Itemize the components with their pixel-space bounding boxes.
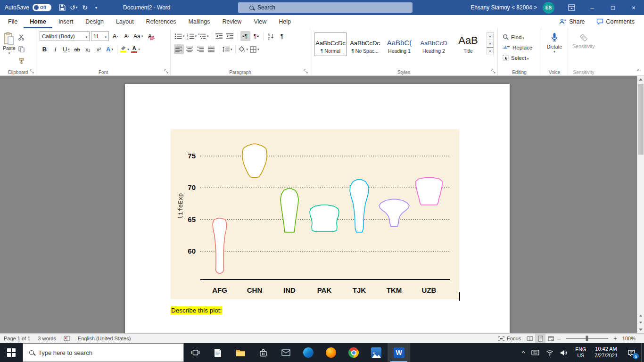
replace-button[interactable]: ab Replace bbox=[503, 43, 541, 52]
highlighted-text[interactable]: Describe this plot: bbox=[171, 306, 222, 314]
copy-button[interactable] bbox=[18, 46, 25, 54]
subscript-button[interactable]: x₂ bbox=[83, 44, 93, 54]
shading-button[interactable] bbox=[238, 44, 249, 54]
gallery-scroll-up-button[interactable]: ▴ bbox=[487, 32, 494, 40]
tab-layout[interactable]: Layout bbox=[110, 15, 140, 28]
cut-button[interactable] bbox=[18, 34, 25, 42]
zoom-level[interactable]: 100% bbox=[619, 336, 639, 341]
align-left-button[interactable] bbox=[174, 44, 184, 54]
tab-insert[interactable]: Insert bbox=[52, 15, 79, 28]
previous-page-button[interactable] bbox=[637, 312, 644, 319]
comments-button[interactable]: Comments bbox=[596, 18, 635, 25]
decrease-indent-button[interactable] bbox=[215, 31, 224, 41]
redo-button[interactable]: ↻ bbox=[80, 2, 90, 13]
zoom-in-button[interactable]: + bbox=[612, 335, 619, 342]
share-button[interactable]: Share bbox=[559, 18, 585, 25]
bullets-button[interactable] bbox=[174, 31, 185, 41]
mail-taskbar-icon[interactable] bbox=[274, 343, 297, 362]
grow-font-button[interactable]: A bbox=[110, 31, 120, 41]
firefox-taskbar-icon[interactable] bbox=[320, 343, 342, 362]
justify-button[interactable] bbox=[206, 44, 216, 54]
ribbon-display-options-button[interactable] bbox=[561, 0, 582, 15]
gallery-scroll-down-button[interactable]: ▾ bbox=[487, 40, 494, 48]
file-explorer-taskbar-icon[interactable] bbox=[229, 343, 252, 362]
tab-view[interactable]: View bbox=[248, 15, 272, 28]
account-name[interactable]: Ehsany Siamoy < 82004 > bbox=[471, 4, 537, 11]
undo-button[interactable]: ↺ ▾ bbox=[68, 2, 79, 13]
scroll-down-button[interactable] bbox=[637, 326, 644, 333]
notepad-taskbar-icon[interactable] bbox=[206, 343, 229, 362]
numbering-button[interactable]: 1.2.3. bbox=[186, 31, 198, 41]
shrink-font-button[interactable]: A bbox=[122, 31, 132, 41]
focus-mode-button[interactable]: Focus bbox=[495, 336, 525, 341]
document-page[interactable]: 60657075AFGCHNINDPAKTJKTKMUZBlifeExp Des… bbox=[125, 84, 510, 333]
underline-button[interactable]: U bbox=[61, 44, 71, 54]
strikethrough-button[interactable]: ab bbox=[72, 44, 82, 54]
font-color-button[interactable]: A bbox=[131, 44, 140, 54]
autosave-toggle[interactable]: Off bbox=[33, 4, 51, 11]
tab-help[interactable]: Help bbox=[272, 15, 297, 28]
clipboard-dialog-launcher[interactable] bbox=[30, 69, 34, 74]
proofing-status[interactable] bbox=[60, 334, 74, 343]
bold-button[interactable]: B bbox=[40, 44, 50, 54]
gallery-more-button[interactable]: ▾ bbox=[487, 47, 494, 55]
select-button[interactable]: Select bbox=[503, 53, 541, 62]
superscript-button[interactable]: x² bbox=[94, 44, 104, 54]
tab-review[interactable]: Review bbox=[216, 15, 248, 28]
style-title[interactable]: AaB Title bbox=[452, 33, 485, 56]
show-desktop-button[interactable] bbox=[641, 343, 644, 362]
start-button[interactable] bbox=[0, 343, 23, 362]
rtl-text-direction-button[interactable]: ¶◂ bbox=[251, 31, 261, 41]
volume-button[interactable] bbox=[557, 343, 571, 362]
scroll-up-button[interactable] bbox=[637, 76, 644, 83]
microsoft-store-taskbar-icon[interactable] bbox=[252, 343, 274, 362]
ltr-text-direction-button[interactable]: ▸¶ bbox=[240, 31, 250, 41]
account-avatar[interactable]: ES bbox=[543, 2, 554, 14]
read-mode-button[interactable] bbox=[525, 334, 535, 343]
network-status-button[interactable] bbox=[543, 343, 557, 362]
chrome-taskbar-icon[interactable] bbox=[342, 343, 365, 362]
clock-tray-button[interactable]: 10:42 AM 7/27/2021 bbox=[590, 343, 622, 362]
customize-qat-button[interactable]: ▾ bbox=[91, 2, 101, 13]
change-case-button[interactable]: Aa bbox=[133, 31, 143, 41]
clear-formatting-button[interactable]: A bbox=[145, 31, 155, 41]
zoom-slider[interactable] bbox=[566, 338, 608, 339]
photos-taskbar-icon[interactable] bbox=[365, 343, 388, 362]
show-formatting-marks-button[interactable]: ¶ bbox=[277, 31, 287, 41]
font-dialog-launcher[interactable] bbox=[164, 69, 169, 74]
print-layout-button[interactable] bbox=[535, 334, 545, 343]
format-painter-button[interactable] bbox=[18, 58, 25, 66]
font-size-combo[interactable]: 11 bbox=[91, 31, 109, 41]
web-layout-button[interactable] bbox=[545, 334, 556, 343]
zoom-slider-thumb[interactable] bbox=[586, 336, 588, 341]
document-paragraph[interactable]: Describe this plot: bbox=[171, 307, 222, 314]
save-button[interactable] bbox=[57, 2, 67, 13]
scrollbar-thumb[interactable] bbox=[638, 84, 644, 155]
language-tray-button[interactable]: ENG US bbox=[571, 343, 590, 362]
dictate-button[interactable]: Dictate ▾ bbox=[541, 33, 568, 54]
touch-keyboard-button[interactable] bbox=[528, 343, 543, 362]
tab-design[interactable]: Design bbox=[79, 15, 110, 28]
align-right-button[interactable] bbox=[196, 44, 206, 54]
sort-button[interactable]: AZ bbox=[266, 31, 276, 41]
word-taskbar-icon[interactable]: W bbox=[388, 343, 410, 362]
action-center-button[interactable]: 6 bbox=[622, 343, 641, 362]
multilevel-list-button[interactable] bbox=[198, 31, 209, 41]
sensitivity-button[interactable]: Sensitivity bbox=[568, 33, 599, 49]
tab-references[interactable]: References bbox=[140, 15, 182, 28]
taskbar-search-box[interactable]: Type here to search bbox=[23, 343, 184, 362]
style-normal[interactable]: AaBbCcDc ¶ Normal bbox=[314, 33, 347, 56]
tab-home[interactable]: Home bbox=[24, 15, 52, 28]
align-center-button[interactable] bbox=[185, 44, 195, 54]
show-hidden-icons-button[interactable]: ^ bbox=[519, 343, 528, 362]
title-search-box[interactable]: Search bbox=[238, 2, 413, 13]
style-heading-1[interactable]: AaBbC( Heading 1 bbox=[383, 33, 416, 56]
font-family-combo[interactable]: Calibri (Body) bbox=[40, 31, 90, 41]
collapse-ribbon-button[interactable]: ^ bbox=[637, 69, 639, 74]
paste-button[interactable]: Paste ▾ bbox=[3, 32, 16, 66]
paragraph-dialog-launcher[interactable] bbox=[304, 69, 308, 74]
maximize-button[interactable]: □ bbox=[603, 0, 623, 15]
next-page-button[interactable] bbox=[637, 319, 644, 326]
style-heading-2[interactable]: AaBbCcD Heading 2 bbox=[417, 33, 450, 56]
find-button[interactable]: Find bbox=[503, 33, 541, 41]
